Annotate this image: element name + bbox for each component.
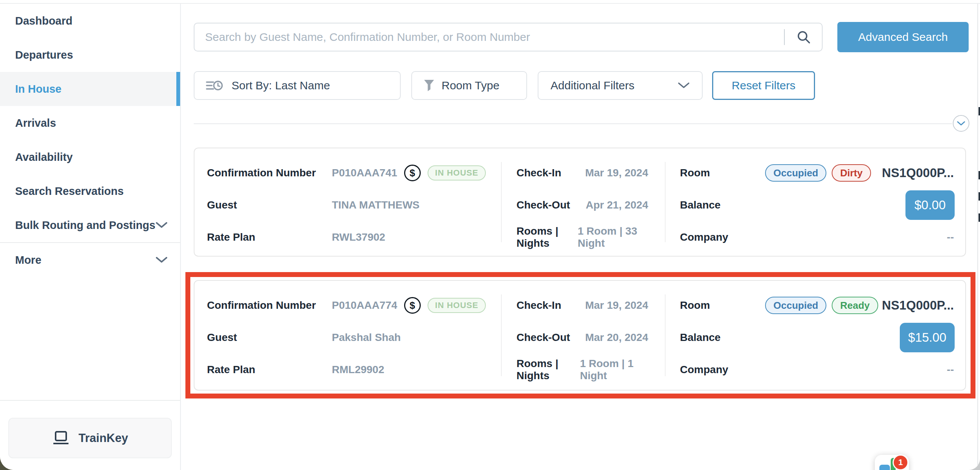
- notification-count: 1: [898, 457, 903, 467]
- sidebar-item-label: Dashboard: [15, 15, 72, 27]
- sidebar-item-search-reservations[interactable]: Search Reservations: [0, 174, 180, 208]
- rooms-nights-value: 1 Room | 33 Night: [578, 225, 648, 249]
- housekeeping-status-chip: Dirty: [832, 164, 871, 182]
- clipped-content-fragment: [978, 192, 980, 201]
- balance-label: Balance: [680, 199, 721, 211]
- sidebar-item-availability[interactable]: Availability: [0, 140, 180, 174]
- collapse-chevron-button[interactable]: [953, 115, 969, 132]
- balance-amount: $0.00: [915, 198, 946, 212]
- clipped-content-fragment: [978, 213, 980, 222]
- sort-by-dropdown[interactable]: Sort By: Last Name: [194, 71, 401, 100]
- company-label: Company: [680, 231, 729, 243]
- sidebar-nav: Dashboard Departures In House Arrivals A…: [0, 4, 180, 277]
- check-in-label: Check-In: [517, 167, 561, 179]
- trainkey-button[interactable]: TrainKey: [8, 418, 172, 458]
- rooms-nights-label: Rooms | Nights: [517, 225, 578, 249]
- search-icon[interactable]: [796, 30, 811, 45]
- reservation-card-selected[interactable]: Confirmation Number P010AAA774 $ IN HOUS…: [194, 280, 966, 390]
- guest-name-value: Pakshal Shah: [332, 331, 401, 344]
- rate-plan-value: RML29902: [332, 364, 385, 376]
- advanced-search-button[interactable]: Advanced Search: [837, 22, 969, 52]
- sidebar-bottom-divider: [0, 400, 180, 401]
- balance-amount: $15.00: [908, 330, 946, 345]
- housekeeping-status-chip: Ready: [832, 297, 878, 314]
- sidebar-item-label: Search Reservations: [15, 185, 124, 198]
- room-label: Room: [680, 167, 710, 179]
- card-section-divider: [501, 162, 502, 242]
- check-in-value: Mar 19, 2024: [585, 167, 648, 179]
- additional-filters-dropdown[interactable]: Additional Filters: [538, 71, 703, 100]
- chat-widget-button[interactable]: 1: [875, 455, 909, 470]
- rooms-nights-value: 1 Room | 1 Night: [580, 358, 648, 382]
- notification-badge: 1: [892, 454, 908, 470]
- search-divider: [784, 29, 785, 45]
- sidebar-item-bulk-routing[interactable]: Bulk Routing and Postings: [0, 208, 180, 242]
- content-divider: [194, 123, 952, 124]
- check-out-value: Apr 21, 2024: [586, 199, 648, 211]
- sidebar-item-label: Availability: [15, 151, 73, 164]
- laptop-icon: [52, 431, 70, 446]
- sidebar-item-label: More: [15, 254, 41, 266]
- sidebar: Dashboard Departures In House Arrivals A…: [0, 4, 181, 470]
- sidebar-item-label: In House: [15, 83, 61, 96]
- confirmation-number-value[interactable]: P010AAA741: [332, 167, 397, 179]
- guest-name-value: TINA MATTHEWS: [332, 199, 420, 211]
- trainkey-label: TrainKey: [79, 432, 128, 445]
- chevron-down-icon: [156, 257, 167, 263]
- rate-plan-value: RWL37902: [332, 231, 385, 243]
- funnel-icon: [423, 79, 435, 92]
- confirmation-number-label: Confirmation Number: [207, 167, 332, 179]
- sort-icon: [206, 80, 223, 92]
- check-out-label: Check-Out: [517, 199, 570, 211]
- company-label: Company: [680, 364, 729, 376]
- rooms-nights-label: Rooms | Nights: [517, 358, 580, 382]
- occupancy-status-chip: Occupied: [765, 164, 826, 182]
- company-value: --: [947, 364, 954, 376]
- sidebar-item-more[interactable]: More: [0, 243, 180, 277]
- dollar-circle-icon[interactable]: $: [404, 165, 421, 181]
- chat-widget-icon: [879, 465, 890, 470]
- check-out-label: Check-Out: [517, 331, 570, 344]
- in-house-status-badge: IN HOUSE: [428, 166, 486, 180]
- room-type-filter[interactable]: Room Type: [411, 71, 527, 100]
- room-number-value: NS1Q000P...: [882, 166, 954, 180]
- sidebar-item-departures[interactable]: Departures: [0, 38, 180, 72]
- balance-label: Balance: [680, 331, 721, 344]
- clipped-content-fragment: [978, 107, 980, 115]
- sidebar-item-dashboard[interactable]: Dashboard: [0, 4, 180, 38]
- room-number-value: NS1Q000P...: [882, 298, 954, 312]
- additional-filters-label: Additional Filters: [550, 79, 635, 92]
- advanced-search-label: Advanced Search: [858, 31, 948, 43]
- dollar-circle-icon[interactable]: $: [404, 297, 421, 314]
- clipped-content-fragment: [978, 171, 980, 179]
- chevron-down-icon: [156, 222, 167, 228]
- sidebar-item-in-house[interactable]: In House: [0, 72, 180, 106]
- check-out-value: Mar 20, 2024: [585, 331, 648, 344]
- search-input[interactable]: [194, 31, 784, 43]
- reset-filters-label: Reset Filters: [732, 79, 795, 92]
- occupancy-status-chip: Occupied: [765, 297, 826, 314]
- reservation-card[interactable]: Confirmation Number P010AAA741 $ IN HOUS…: [194, 148, 966, 257]
- confirmation-number-value[interactable]: P010AAA774: [332, 300, 397, 311]
- in-house-status-badge: IN HOUSE: [428, 298, 486, 313]
- room-label: Room: [680, 300, 710, 311]
- sidebar-item-arrivals[interactable]: Arrivals: [0, 106, 180, 140]
- guest-label: Guest: [207, 331, 332, 344]
- sidebar-item-label: Departures: [15, 49, 73, 61]
- room-type-label: Room Type: [442, 79, 500, 92]
- confirmation-number-label: Confirmation Number: [207, 300, 332, 311]
- chevron-down-icon: [678, 82, 690, 89]
- reset-filters-button[interactable]: Reset Filters: [712, 71, 815, 100]
- balance-button[interactable]: $15.00: [900, 323, 955, 352]
- sort-by-label: Sort By: Last Name: [232, 79, 330, 92]
- sidebar-item-label: Arrivals: [15, 117, 56, 129]
- card-section-divider: [501, 295, 502, 376]
- app-window: Dashboard Departures In House Arrivals A…: [0, 0, 980, 470]
- company-value: --: [947, 231, 954, 243]
- rate-plan-label: Rate Plan: [207, 364, 332, 376]
- balance-button[interactable]: $0.00: [905, 190, 955, 220]
- guest-label: Guest: [207, 199, 332, 211]
- rate-plan-label: Rate Plan: [207, 231, 332, 243]
- card-section-divider: [665, 162, 665, 242]
- check-in-value: Mar 19, 2024: [585, 300, 648, 311]
